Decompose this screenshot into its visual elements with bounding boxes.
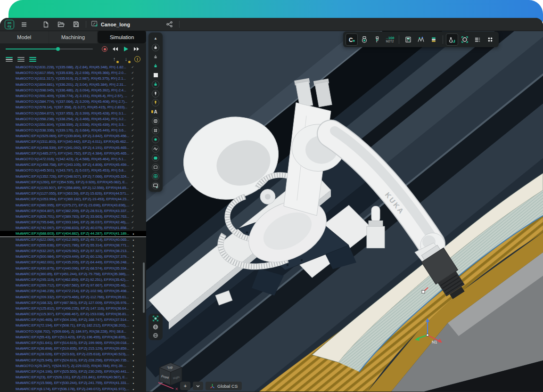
- command-row[interactable]: MultiARC:EP.X(462.001), EP.Y(435.205), E…: [0, 260, 146, 265]
- command-list[interactable]: MultiGOTO:X(1631.228), Y(335.088), Z(-2.…: [0, 64, 146, 392]
- mesh-pattern-icon[interactable]: [149, 126, 162, 135]
- layers-stack-icon[interactable]: [428, 33, 440, 46]
- command-row[interactable]: MultiARC:EP.X(246.235), EP.Y(472.214), E…: [0, 288, 146, 294]
- solid-shading-icon[interactable]: [149, 154, 162, 163]
- command-row[interactable]: MultiARC:EP.X(622.069), EP.Y(412.989), E…: [0, 237, 146, 243]
- tab-model[interactable]: Model: [0, 31, 49, 43]
- command-row[interactable]: MultiARC:EP.X(8.174), EP.Y(536.178), EP.…: [0, 386, 146, 392]
- command-row[interactable]: MultiGOTO:X(25.347), Y(524.917), Z(-229.…: [0, 363, 146, 369]
- command-row[interactable]: MultiARC:EP.X(555.636), EP.Y(421.786), E…: [0, 243, 146, 248]
- robot-active-icon[interactable]: [149, 62, 162, 71]
- step-up-icon[interactable]: ↑: [111, 56, 118, 63]
- command-row[interactable]: MultiARC:EP.X(1053.994), EP.Y(369.182), …: [0, 196, 146, 202]
- command-row[interactable]: MultiARC:EP.X(360.85), EP.Y(451.244), EP…: [0, 271, 146, 277]
- point-display-icon[interactable]: [149, 135, 162, 145]
- step-down-icon[interactable]: ↓: [123, 56, 130, 63]
- command-row[interactable]: MultiGOTO:X(1584.774), Y(337.064), Z(-3.…: [0, 99, 146, 105]
- command-row[interactable]: MultiGOTO:X(1631.228), Y(335.088), Z(-2.…: [0, 65, 146, 70]
- grid-display-icon[interactable]: [149, 172, 162, 181]
- command-row[interactable]: MultiGOTO:X(68.702), Y(509.664), Z(-184.…: [0, 329, 146, 335]
- coordinate-system-icon[interactable]: C: [346, 33, 358, 46]
- command-row[interactable]: MultiARC:EP.X(125.812), EP.Y(496.235), E…: [0, 306, 146, 311]
- command-row[interactable]: MultiARC:EP.X(90.465), EP.Y(504.108), EP…: [0, 317, 146, 323]
- command-row[interactable]: MultiGOTO:X(1617.954), Y(335.639), Z(-2.…: [0, 70, 146, 76]
- command-row[interactable]: MultiARC:EP.X(15.566), EP.Y(530.244), EP…: [0, 380, 146, 386]
- new-file-button[interactable]: [41, 19, 51, 30]
- robot-cell-icon[interactable]: [358, 33, 370, 46]
- command-row[interactable]: MultiARC:EP.X(295.119), EP.Y(462.859), E…: [0, 277, 146, 283]
- command-row[interactable]: MultiARC:EP.X(209.332), EP.Y(479.466), E…: [0, 294, 146, 300]
- command-row[interactable]: MultiARC:EP.X(430.875), EP.Y(440.096), E…: [0, 266, 146, 271]
- play-button[interactable]: [122, 45, 130, 53]
- slider-thumb[interactable]: [56, 47, 60, 51]
- focus-target-icon[interactable]: [459, 33, 471, 46]
- command-row[interactable]: MultiGOTO:X(1591.409), Y(336.774), Z(-3.…: [0, 93, 146, 99]
- command-row[interactable]: MultiARC:EP.X(115.307), EP.Y(498.467), E…: [0, 311, 146, 317]
- tool-active-icon[interactable]: [149, 98, 162, 108]
- robot-visibility-icon[interactable]: [149, 43, 162, 53]
- command-row[interactable]: MultiARC:EP.X(795.648), EP.Y(393.184), E…: [0, 220, 146, 225]
- command-row[interactable]: MultiGOTO:X(1611.317), Y(335.919), Z(-2.…: [0, 76, 146, 82]
- collapse-toolbar-icon[interactable]: ▲: [149, 34, 162, 43]
- command-row[interactable]: MultiARC:EP.X(1193.507), EP.Y(358.899), …: [0, 185, 146, 191]
- apps-grid-icon[interactable]: [484, 33, 496, 46]
- command-row[interactable]: MultiARC:EP.X(72.194), EP.Y(508.71), EP.…: [0, 323, 146, 328]
- warnings-icon[interactable]: !: [134, 56, 140, 62]
- goto-current-line-icon[interactable]: [17, 57, 25, 62]
- command-row[interactable]: MultiARC:EP.X(36.898), EP.Y(519.835), EP…: [0, 346, 146, 351]
- command-row[interactable]: MultiGOTO:X(1472.016), Y(342.423), Z(-4.…: [0, 156, 146, 162]
- command-row[interactable]: MultiARC:EP.X(742.097), EP.Y(398.833), E…: [0, 225, 146, 231]
- command-row[interactable]: MultiARC:EP.X(980.995), EP.Y(375.27), EP…: [0, 203, 146, 208]
- full-list-icon[interactable]: [29, 57, 36, 62]
- command-row[interactable]: MultiARC:EP.X(1525.069), EP.Y(339.804), …: [0, 133, 146, 139]
- command-row[interactable]: MultiARC:EP.X(1458.758), EP.Y(343.105), …: [0, 162, 146, 168]
- stop-record-button[interactable]: [101, 45, 108, 53]
- command-row[interactable]: MultiARC:EP.X(532.207), EP.Y(425.062), E…: [0, 248, 146, 254]
- fixture-visibility-icon[interactable]: [149, 117, 162, 126]
- active-cs-selector[interactable]: Global CS: [206, 382, 242, 390]
- trace-mode-icon[interactable]: [446, 33, 458, 46]
- stock-visibility-icon[interactable]: [149, 71, 162, 80]
- viewport-3d[interactable]: KUKA: [146, 31, 543, 392]
- robot-ghost-icon[interactable]: [149, 52, 162, 62]
- command-row[interactable]: MultiARC:EP.X(269.712), EP.Y(467.582), E…: [0, 283, 146, 288]
- command-row[interactable]: MultiARC:EP.X(688.603), EP.Y(404.882), E…: [0, 231, 146, 237]
- command-row[interactable]: MultiGOTO:X(1578.14), Y(337.358), Z(-3.2…: [0, 105, 146, 110]
- toolpath-curves-icon[interactable]: [415, 33, 427, 46]
- simulation-progress-slider[interactable]: [6, 46, 93, 52]
- command-row[interactable]: MultiARC:EP.X(1485.277), EP.Y(341.752), …: [0, 151, 146, 156]
- command-row[interactable]: MultiARC:EP.X(1498.539), EP.Y(341.092), …: [0, 145, 146, 151]
- command-row[interactable]: MultiGOTO:X(1445.501), Y(343.797), Z(-5.…: [0, 168, 146, 173]
- command-row[interactable]: MultiARC:EP.X(500.984), EP.Y(429.449), E…: [0, 254, 146, 260]
- command-row[interactable]: MultiGOTO:X(1604.681), Y(336.201), Z(-3.…: [0, 82, 146, 88]
- open-file-button[interactable]: [56, 19, 66, 30]
- pan-globe-icon[interactable]: [153, 333, 158, 338]
- command-row[interactable]: MultiARC:EP.X(1260), EP.Y(354.535), EP.Z…: [0, 180, 146, 185]
- positioner-icon[interactable]: [149, 80, 162, 90]
- command-row[interactable]: MultiARC:EP.X(828.701), EP.Y(389.783), E…: [0, 214, 146, 220]
- list-view-icon[interactable]: [6, 57, 13, 62]
- rewind-button[interactable]: [112, 45, 119, 53]
- command-row[interactable]: MultiARC:EP.X(1352.726), EP.Y(348.927), …: [0, 174, 146, 180]
- tool-visibility-icon[interactable]: [149, 89, 162, 98]
- measure-caliper-icon[interactable]: [371, 33, 383, 46]
- controller-panel-icon[interactable]: [402, 33, 414, 46]
- annotations-icon[interactable]: A: [149, 107, 162, 117]
- command-row[interactable]: MultiARC:EP.X(25.945), EP.Y(524.619), EP…: [0, 358, 146, 363]
- command-row[interactable]: MultiARC:EP.X(55.43), EP.Y(513.423), EP.…: [0, 335, 146, 340]
- command-row[interactable]: MultiGOTO:X(1564.872), Y(337.953), Z(-3.…: [0, 111, 146, 116]
- command-row[interactable]: MultiGOTO:X(1598.045), Y(336.486), Z(-3.…: [0, 88, 146, 93]
- app-logo-icon[interactable]: en ey: [5, 20, 14, 29]
- share-icon[interactable]: [164, 19, 174, 30]
- monitor-view-icon[interactable]: [149, 181, 162, 190]
- orbit-globe-icon[interactable]: [153, 324, 158, 330]
- fit-view-icon[interactable]: [153, 316, 158, 321]
- add-cs-button[interactable]: +: [180, 382, 190, 390]
- trajectory-curve-icon[interactable]: [149, 144, 162, 154]
- command-row[interactable]: MultiARC:EP.X(1511.803), EP.Y(340.442), …: [0, 139, 146, 145]
- display-options-icon[interactable]: [471, 33, 484, 46]
- command-row[interactable]: MultiARC:EP.X(23), EP.Y(526.131), EP.Z(-…: [0, 375, 146, 380]
- cs-dropdown-button[interactable]: [193, 382, 203, 390]
- tab-machining[interactable]: Machining: [49, 31, 98, 43]
- command-row[interactable]: MultiGOTO:X(1558.238), Y(338.254), Z(-3.…: [0, 116, 146, 122]
